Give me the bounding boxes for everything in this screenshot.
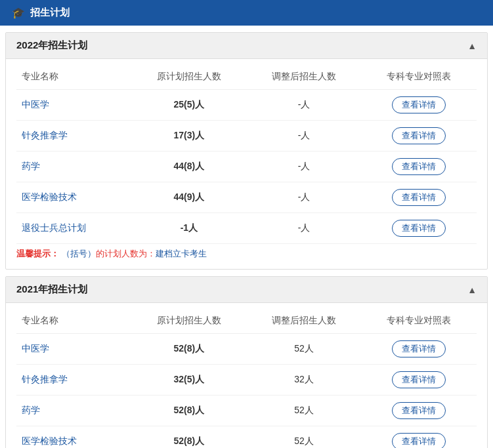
cell-name-1-2: 药学 bbox=[16, 396, 131, 426]
section-year-label-0: 2022年招生计划 bbox=[16, 39, 87, 52]
page-title: 招生计划 bbox=[30, 7, 70, 19]
cell-adjusted-0-3: -人 bbox=[247, 182, 362, 213]
cell-original-0-4: -1人 bbox=[131, 213, 246, 244]
chevron-up-icon-0: ▲ bbox=[467, 41, 477, 51]
col-header-1-1: 原计划招生人数 bbox=[131, 308, 246, 334]
col-header-1-0: 专业名称 bbox=[16, 308, 131, 334]
col-header-0-3: 专科专业对照表 bbox=[362, 64, 477, 90]
cell-adjusted-1-3: 52人 bbox=[247, 426, 362, 449]
cell-adjusted-1-2: 52人 bbox=[247, 396, 362, 426]
section-header-1[interactable]: 2021年招生计划 ▲ bbox=[6, 277, 487, 303]
table-row: 药学44(8)人-人查看详情 bbox=[16, 152, 477, 182]
warning-label-0: 温馨提示： bbox=[16, 249, 59, 258]
detail-button-0-1[interactable]: 查看详情 bbox=[392, 127, 446, 144]
col-header-0-2: 调整后招生人数 bbox=[247, 64, 362, 90]
col-header-1-3: 专科专业对照表 bbox=[362, 308, 477, 334]
cell-name-0-2: 药学 bbox=[16, 152, 131, 182]
table-row: 退役士兵总计划-1人-人查看详情 bbox=[16, 213, 477, 244]
section-content-1: 专业名称原计划招生人数调整后招生人数专科专业对照表中医学52(8)人52人查看详… bbox=[6, 303, 487, 448]
cell-name-0-4: 退役士兵总计划 bbox=[16, 213, 131, 244]
section-year-label-1: 2021年招生计划 bbox=[16, 283, 87, 296]
col-header-0-1: 原计划招生人数 bbox=[131, 64, 246, 90]
cell-name-1-1: 针灸推拿学 bbox=[16, 365, 131, 396]
detail-button-1-0[interactable]: 查看详情 bbox=[392, 340, 446, 357]
cell-name-0-0: 中医学 bbox=[16, 90, 131, 121]
detail-button-0-0[interactable]: 查看详情 bbox=[392, 96, 446, 113]
warning-0: 温馨提示： （括号）的计划人数为：建档立卡考生 bbox=[16, 244, 477, 261]
cell-btn-0-4: 查看详情 bbox=[362, 213, 477, 244]
table-row: 中医学25(5)人-人查看详情 bbox=[16, 90, 477, 121]
detail-button-1-1[interactable]: 查看详情 bbox=[392, 371, 446, 388]
cell-name-1-0: 中医学 bbox=[16, 334, 131, 365]
cell-name-0-3: 医学检验技术 bbox=[16, 182, 131, 213]
cell-adjusted-0-0: -人 bbox=[247, 90, 362, 121]
cell-name-0-1: 针灸推拿学 bbox=[16, 121, 131, 152]
section-header-0[interactable]: 2022年招生计划 ▲ bbox=[6, 33, 487, 59]
cell-btn-1-2: 查看详情 bbox=[362, 396, 477, 426]
cell-original-1-2: 52(8)人 bbox=[131, 396, 246, 426]
cell-original-1-1: 32(5)人 bbox=[131, 365, 246, 396]
chevron-up-icon-1: ▲ bbox=[467, 285, 477, 295]
col-header-0-0: 专业名称 bbox=[16, 64, 131, 90]
table-0: 专业名称原计划招生人数调整后招生人数专科专业对照表中医学25(5)人-人查看详情… bbox=[16, 64, 477, 244]
table-1: 专业名称原计划招生人数调整后招生人数专科专业对照表中医学52(8)人52人查看详… bbox=[16, 308, 477, 448]
cell-adjusted-1-0: 52人 bbox=[247, 334, 362, 365]
detail-button-1-3[interactable]: 查看详情 bbox=[392, 433, 446, 448]
cell-original-1-0: 52(8)人 bbox=[131, 334, 246, 365]
graduation-icon: 🎓 bbox=[12, 7, 25, 19]
detail-button-0-4[interactable]: 查看详情 bbox=[392, 220, 446, 237]
cell-btn-1-1: 查看详情 bbox=[362, 365, 477, 396]
cell-original-0-2: 44(8)人 bbox=[131, 152, 246, 182]
page-header-tab: 🎓 招生计划 bbox=[0, 1, 81, 24]
section-content-0: 专业名称原计划招生人数调整后招生人数专科专业对照表中医学25(5)人-人查看详情… bbox=[6, 59, 487, 269]
table-row: 药学52(8)人52人查看详情 bbox=[16, 396, 477, 426]
detail-button-1-2[interactable]: 查看详情 bbox=[392, 402, 446, 419]
cell-original-0-1: 17(3)人 bbox=[131, 121, 246, 152]
cell-adjusted-0-2: -人 bbox=[247, 152, 362, 182]
cell-name-1-3: 医学检验技术 bbox=[16, 426, 131, 449]
detail-button-0-2[interactable]: 查看详情 bbox=[392, 158, 446, 175]
cell-btn-0-2: 查看详情 bbox=[362, 152, 477, 182]
cell-btn-0-3: 查看详情 bbox=[362, 182, 477, 213]
cell-original-0-3: 44(9)人 bbox=[131, 182, 246, 213]
table-row: 中医学52(8)人52人查看详情 bbox=[16, 334, 477, 365]
cell-original-1-3: 52(8)人 bbox=[131, 426, 246, 449]
warning-content-0: （括号）的计划人数为：建档立卡考生 bbox=[59, 249, 207, 258]
cell-btn-0-0: 查看详情 bbox=[362, 90, 477, 121]
cell-adjusted-0-4: -人 bbox=[247, 213, 362, 244]
table-row: 医学检验技术52(8)人52人查看详情 bbox=[16, 426, 477, 449]
cell-btn-1-0: 查看详情 bbox=[362, 334, 477, 365]
table-row: 针灸推拿学32(5)人32人查看详情 bbox=[16, 365, 477, 396]
table-row: 针灸推拿学17(3)人-人查看详情 bbox=[16, 121, 477, 152]
cell-original-0-0: 25(5)人 bbox=[131, 90, 246, 121]
cell-btn-0-1: 查看详情 bbox=[362, 121, 477, 152]
detail-button-0-3[interactable]: 查看详情 bbox=[392, 189, 446, 206]
section-0: 2022年招生计划 ▲ 专业名称原计划招生人数调整后招生人数专科专业对照表中医学… bbox=[5, 32, 488, 270]
section-1: 2021年招生计划 ▲ 专业名称原计划招生人数调整后招生人数专科专业对照表中医学… bbox=[5, 276, 488, 448]
col-header-1-2: 调整后招生人数 bbox=[247, 308, 362, 334]
cell-btn-1-3: 查看详情 bbox=[362, 426, 477, 449]
cell-adjusted-1-1: 32人 bbox=[247, 365, 362, 396]
table-row: 医学检验技术44(9)人-人查看详情 bbox=[16, 182, 477, 213]
cell-adjusted-0-1: -人 bbox=[247, 121, 362, 152]
